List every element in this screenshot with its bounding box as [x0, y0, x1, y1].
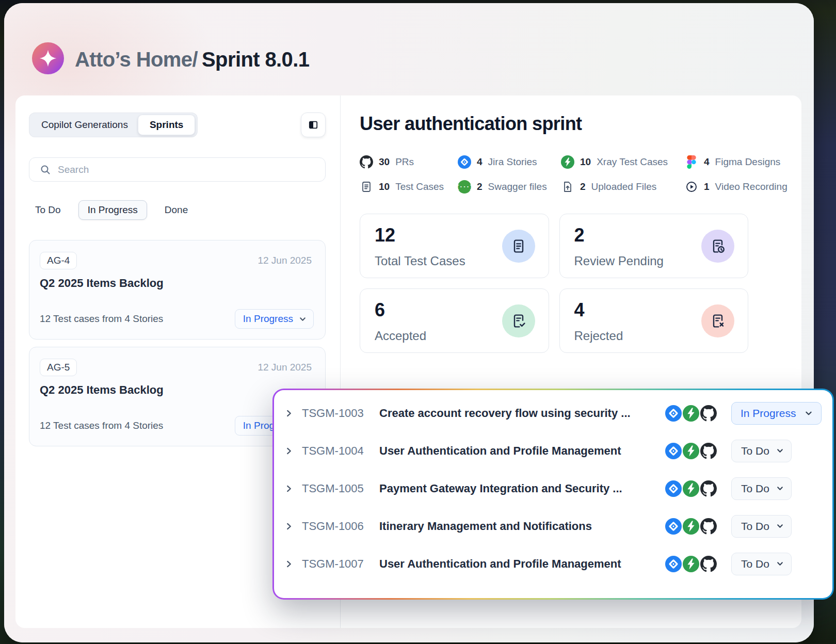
- story-title: Create account recovery flow using secur…: [379, 407, 665, 420]
- video-icon: [685, 180, 698, 194]
- search-icon: [40, 164, 51, 175]
- github-icon: [700, 556, 717, 572]
- story-title: User Authentication and Profile Manageme…: [379, 557, 665, 571]
- expand-chevron-icon[interactable]: [284, 409, 302, 418]
- stat-video-recording: 1Video Recording: [685, 179, 801, 195]
- sprint-card-ag4[interactable]: AG-4 12 Jun 2025 Q2 2025 Items Backlog 1…: [29, 240, 326, 340]
- search-field[interactable]: [29, 157, 326, 182]
- card-date: 12 Jun 2025: [258, 362, 312, 373]
- story-title: User Authentication and Profile Manageme…: [379, 444, 665, 458]
- card-badge: AG-5: [40, 359, 77, 376]
- github-icon: [700, 405, 717, 422]
- xray-icon: [683, 556, 699, 572]
- jira-icon: [665, 556, 682, 572]
- stat-card-rejected: 4 Rejected: [559, 288, 749, 353]
- stat-jira-stories: 4Jira Stories: [458, 154, 561, 170]
- github-icon: [700, 518, 717, 535]
- sprint-stats: 30PRs 4Jira Stories 10Xray Test Cases: [360, 154, 801, 195]
- github-icon: [360, 155, 373, 169]
- github-icon: [700, 480, 717, 497]
- card-subtitle: 12 Test cases from 4 Stories: [40, 420, 163, 431]
- story-status-dropdown[interactable]: In Progress: [731, 402, 822, 425]
- card-badge: AG-4: [40, 252, 77, 269]
- expand-chevron-icon[interactable]: [284, 484, 302, 493]
- story-row[interactable]: TSGM-1003 Create account recovery flow u…: [284, 399, 822, 428]
- stat-xray-test-cases: 10Xray Test Cases: [561, 154, 685, 170]
- story-source-icons: [665, 556, 717, 572]
- chevron-down-icon: [776, 560, 784, 568]
- filter-in-progress[interactable]: In Progress: [78, 200, 147, 220]
- xray-icon: [683, 480, 699, 497]
- story-source-icons: [665, 443, 717, 459]
- doc-lines-icon: [502, 230, 535, 263]
- story-title: Itinerary Management and Notifications: [379, 520, 665, 533]
- tab-copilot-generations[interactable]: Copilot Generations: [31, 119, 138, 131]
- story-id: TSGM-1007: [302, 557, 379, 571]
- stat-card-accepted: 6 Accepted: [360, 288, 549, 353]
- jira-icon: [665, 480, 682, 497]
- chevron-down-icon: [299, 315, 307, 323]
- xray-icon: [683, 443, 699, 459]
- story-id: TSGM-1003: [302, 407, 379, 420]
- xray-icon: [683, 405, 699, 422]
- chevron-down-icon: [776, 485, 784, 492]
- story-row[interactable]: TSGM-1006 Itinerary Management and Notif…: [284, 512, 822, 541]
- story-list-overlay: TSGM-1003 Create account recovery flow u…: [272, 389, 834, 600]
- breadcrumb-home[interactable]: Atto’s Home/: [75, 48, 198, 71]
- app-logo: [32, 42, 64, 74]
- sprint-title: User authentication sprint: [360, 112, 801, 135]
- tab-sprints[interactable]: Sprints: [138, 115, 195, 135]
- github-icon: [700, 443, 717, 459]
- expand-chevron-icon[interactable]: [284, 522, 302, 531]
- chevron-down-icon: [776, 522, 784, 530]
- view-segmented-control: Copilot Generations Sprints: [29, 112, 198, 137]
- jira-icon: [458, 155, 471, 169]
- jira-icon: [665, 405, 682, 422]
- sidebar-toggle-button[interactable]: [301, 112, 326, 137]
- story-status-dropdown[interactable]: To Do: [731, 477, 792, 500]
- app-header: Atto’s Home/Sprint 8.0.1: [4, 3, 814, 95]
- breadcrumb-current: Sprint 8.0.1: [202, 48, 309, 71]
- stat-card-total: 12 Total Test Cases: [360, 214, 549, 278]
- card-subtitle: 12 Test cases from 4 Stories: [40, 313, 163, 325]
- jira-icon: [665, 443, 682, 459]
- card-date: 12 Jun 2025: [258, 255, 312, 266]
- chevron-down-icon: [776, 447, 784, 455]
- story-row[interactable]: TSGM-1004 User Authentication and Profil…: [284, 437, 822, 465]
- card-title: Q2 2025 Items Backlog: [40, 277, 314, 290]
- doc-x-icon: [701, 304, 734, 337]
- story-source-icons: [665, 518, 717, 535]
- expand-chevron-icon[interactable]: [284, 559, 302, 569]
- figma-icon: [685, 155, 698, 169]
- story-source-icons: [665, 480, 717, 497]
- stat-card-review-pending: 2 Review Pending: [559, 214, 749, 278]
- stat-swagger-files: {···} 2Swagger files: [458, 179, 561, 195]
- story-status-dropdown[interactable]: To Do: [731, 553, 792, 575]
- stat-figma-designs: 4Figma Designs: [685, 154, 801, 170]
- story-id: TSGM-1005: [302, 482, 379, 495]
- story-list-panel: TSGM-1003 Create account recovery flow u…: [274, 390, 832, 598]
- stat-test-cases: 10Test Cases: [360, 179, 458, 195]
- story-status-dropdown[interactable]: To Do: [731, 515, 792, 538]
- filter-done[interactable]: Done: [158, 204, 194, 216]
- status-filters: To Do In Progress Done: [29, 200, 326, 220]
- sparkle-icon: [39, 49, 57, 68]
- search-input[interactable]: [58, 164, 317, 175]
- filter-todo[interactable]: To Do: [29, 204, 67, 216]
- panel-toggle-icon: [307, 119, 319, 131]
- story-row[interactable]: TSGM-1005 Payment Gateway Integration an…: [284, 474, 822, 503]
- chevron-down-icon: [805, 409, 813, 417]
- doc-clock-icon: [701, 230, 734, 263]
- expand-chevron-icon[interactable]: [284, 446, 302, 456]
- stat-cards: 12 Total Test Cases 2 Review Pending 6 A…: [360, 214, 748, 353]
- story-status-dropdown[interactable]: To Do: [731, 440, 792, 462]
- card-title: Q2 2025 Items Backlog: [40, 383, 314, 397]
- stat-uploaded-files: 2Uploaded Files: [561, 179, 685, 195]
- story-id: TSGM-1004: [302, 444, 379, 458]
- card-status-dropdown[interactable]: In Progress: [235, 309, 314, 329]
- story-source-icons: [665, 405, 717, 422]
- xray-icon: [683, 518, 699, 535]
- stat-prs: 30PRs: [360, 154, 458, 170]
- story-id: TSGM-1006: [302, 520, 379, 533]
- story-row[interactable]: TSGM-1007 User Authentication and Profil…: [284, 550, 822, 578]
